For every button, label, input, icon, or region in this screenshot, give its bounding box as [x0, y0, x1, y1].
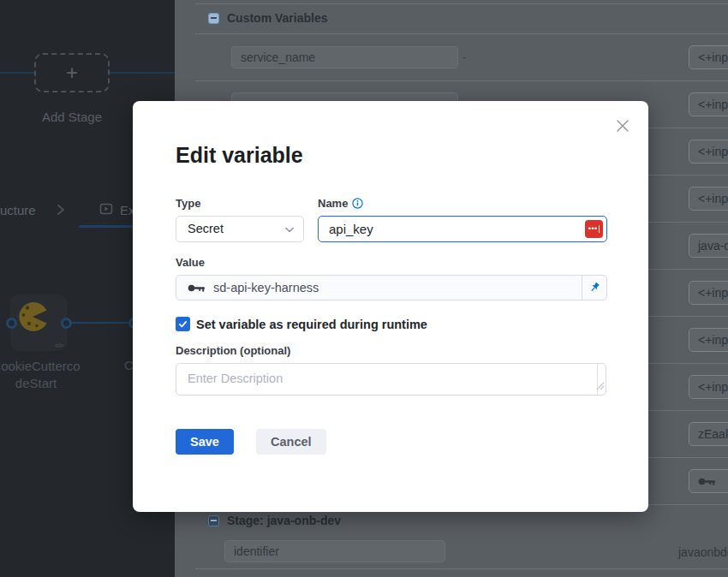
save-button[interactable]: Save — [176, 429, 234, 455]
description-field-wrap — [176, 363, 606, 396]
type-select[interactable]: Secret — [176, 216, 304, 242]
section-title: Custom Variables — [227, 11, 328, 25]
variable-name-field[interactable]: service_name — [231, 46, 458, 68]
variable-secret-value[interactable] — [689, 469, 728, 493]
edit-variable-dialog: Edit variable Type Name Secret ••• Value — [133, 101, 648, 512]
tab-execution[interactable]: Ex — [99, 202, 135, 218]
secret-value-text: sd-api-key-harness — [213, 281, 582, 294]
variable-value-input[interactable]: <+inp — [689, 92, 728, 116]
divider — [195, 568, 728, 569]
variable-value-input[interactable]: <+inp — [689, 328, 728, 352]
fixed-value-icon[interactable]: ••• — [585, 220, 603, 238]
variable-value-input[interactable]: java-o — [689, 234, 728, 258]
key-icon — [698, 477, 717, 486]
add-stage-button[interactable]: + — [34, 53, 110, 92]
execution-tab-icon — [99, 202, 113, 218]
identifier-value: javaonbde — [678, 545, 728, 559]
variable-description: - — [462, 51, 467, 64]
name-input[interactable] — [318, 216, 607, 242]
variable-name-field[interactable]: identifier — [224, 540, 445, 562]
variable-value-input[interactable]: <+inp — [689, 375, 728, 399]
type-label: Type — [176, 197, 200, 210]
pipeline-step-node[interactable]: </> — [10, 294, 67, 351]
divider — [195, 3, 728, 4]
required-checkbox-label: Set variable as required during runtime — [196, 318, 427, 331]
code-icon: </> — [55, 342, 63, 349]
add-stage-label: Add Stage — [0, 110, 144, 124]
chevron-right-icon — [57, 204, 65, 219]
key-icon — [188, 283, 206, 293]
breadcrumb[interactable]: ucture — [0, 203, 36, 217]
required-checkbox[interactable] — [176, 317, 190, 331]
resize-handle-icon[interactable] — [596, 378, 605, 394]
cancel-button[interactable]: Cancel — [256, 429, 326, 455]
collapse-minus-icon[interactable] — [208, 515, 219, 526]
node-port[interactable] — [61, 318, 72, 329]
name-label: Name — [318, 197, 363, 211]
cookie-icon — [18, 301, 49, 336]
info-icon[interactable] — [352, 198, 363, 211]
close-icon[interactable] — [616, 119, 630, 133]
name-field-wrap: ••• — [318, 216, 607, 242]
collapse-minus-icon[interactable] — [208, 13, 219, 24]
divider — [195, 80, 728, 81]
active-tab-indicator — [79, 225, 135, 228]
section-custom-variables: Custom Variables — [208, 11, 328, 25]
pin-icon[interactable] — [582, 276, 606, 300]
description-textarea[interactable] — [176, 363, 606, 396]
variable-value-input[interactable]: <+inpu — [689, 45, 728, 69]
variable-value-input[interactable]: <+inp — [689, 187, 728, 211]
value-label: Value — [176, 256, 205, 269]
section-stage: Stage: java-onb-dev — [208, 514, 341, 527]
variable-value-input[interactable]: zEaak — [689, 422, 728, 446]
app-screen: + Add Stage ucture Ex — [0, 0, 728, 577]
secret-value-field[interactable]: sd-api-key-harness — [176, 275, 607, 300]
description-label: Description (optional) — [176, 344, 290, 357]
chevron-down-icon — [285, 227, 294, 233]
node-port[interactable] — [6, 318, 17, 329]
dialog-title: Edit variable — [176, 143, 303, 168]
divider — [195, 33, 728, 34]
node-label: CookieCutterco deStart — [0, 358, 84, 392]
variable-value-input[interactable]: <+inp — [689, 281, 728, 305]
variable-value-input[interactable]: <+inp — [689, 140, 728, 164]
checkbox-check-icon — [178, 319, 188, 329]
section-title: Stage: java-onb-dev — [227, 514, 341, 527]
type-select-value: Secret — [188, 222, 224, 235]
